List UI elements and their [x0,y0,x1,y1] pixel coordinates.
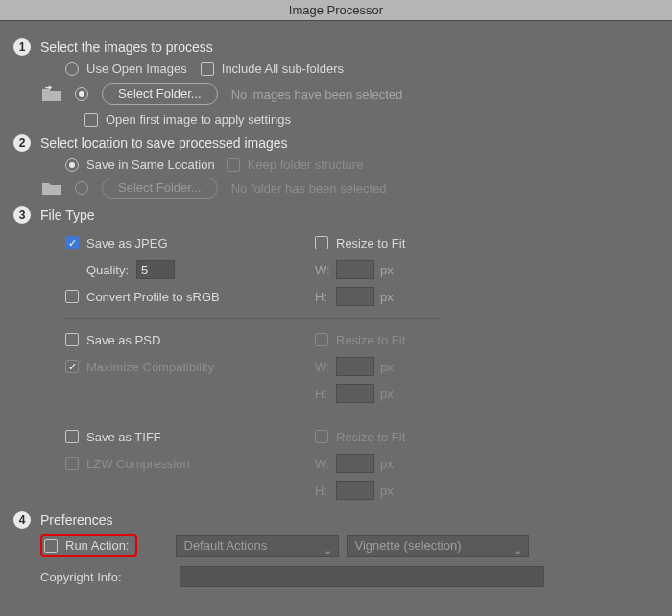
maxcompat-label: Maximize Compatibility [86,360,214,374]
run-action-label: Run Action: [65,538,130,553]
tiff-resize-label: Resize to Fit [336,430,405,444]
tiff-resize-check [315,430,328,443]
psd-h-label: H: [315,387,336,401]
srgb-label: Convert Profile to sRGB [86,290,220,304]
section-save-location: 2 Select location to save processed imag… [13,134,659,199]
keep-struct-check [227,158,240,172]
psd-h-px: px [380,387,394,401]
divider [65,415,440,415]
action-set-select[interactable]: Default Actions ⌄ [176,535,339,557]
jpeg-resize-label: Resize to Fit [336,236,405,250]
lzw-label: LZW Compression [86,457,190,471]
psd-w-label: W: [315,360,336,374]
step-badge-4: 4 [13,511,31,529]
srgb-check[interactable] [65,290,79,303]
tiff-h-input [336,481,374,500]
psd-resize-label: Resize to Fit [336,333,405,347]
chevron-down-icon: ⌄ [514,540,522,559]
action-set-value: Default Actions [184,538,268,553]
section-select-images: 1 Select the images to process Use Open … [13,38,659,127]
save-jpeg-check[interactable] [65,236,79,249]
save-same-radio[interactable] [65,158,79,172]
psd-w-px: px [380,360,394,374]
folder-import-icon [40,85,63,103]
run-action-check[interactable] [44,539,58,553]
window-title: Image Processor [0,0,672,21]
divider [65,318,440,319]
no-images-text: No images have been selected [231,87,403,102]
jpeg-h-px: px [380,290,394,304]
tiff-h-px: px [380,484,394,498]
save-same-label: Save in Same Location [86,157,215,172]
open-first-label: Open first image to apply settings [106,112,291,127]
jpeg-resize-check[interactable] [315,236,328,249]
open-first-check[interactable] [84,113,98,127]
section-file-type: 3 File Type Save as JPEG Quality: Conver… [13,206,659,504]
step-badge-1: 1 [13,38,31,56]
jpeg-w-input [336,260,374,279]
save-psd-check[interactable] [65,333,79,346]
save-tiff-label: Save as TIFF [86,430,161,444]
tiff-w-label: W: [315,457,336,471]
action-value: Vignette (selection) [355,538,462,553]
section2-title: Select location to save processed images [40,135,288,151]
include-subfolders-label: Include All sub-folders [222,61,344,76]
section1-title: Select the images to process [40,39,213,55]
section3-title: File Type [40,207,95,223]
section4-title: Preferences [40,512,112,528]
run-action-highlight: Run Action: [40,534,137,557]
maxcompat-check [65,360,79,373]
step-badge-3: 3 [13,206,31,224]
save-folder-radio[interactable] [75,181,88,195]
use-open-images-label: Use Open Images [86,61,187,76]
use-open-images-radio[interactable] [65,62,79,76]
keep-struct-label: Keep folder structure [248,157,364,172]
psd-h-input [336,384,374,403]
section-preferences: 4 Preferences Run Action: Default Action… [13,511,659,587]
select-folder-radio[interactable] [75,87,88,101]
psd-w-input [336,357,374,376]
copyright-input[interactable] [180,566,544,587]
jpeg-h-input [336,287,374,306]
psd-resize-check [315,333,328,346]
include-subfolders-check[interactable] [201,62,214,76]
quality-input[interactable] [136,260,175,279]
lzw-check [65,457,79,470]
jpeg-h-label: H: [315,290,336,304]
folder-export-icon [40,179,63,197]
tiff-w-input [336,454,374,473]
copyright-label: Copyright Info: [40,570,122,584]
chevron-down-icon: ⌄ [324,540,332,559]
save-psd-label: Save as PSD [86,333,160,347]
quality-label: Quality: [86,263,129,277]
jpeg-w-label: W: [315,263,336,277]
tiff-h-label: H: [315,484,336,498]
step-badge-2: 2 [13,134,31,152]
select-folder-button[interactable]: Select Folder... [102,83,218,105]
save-jpeg-label: Save as JPEG [86,236,168,250]
save-tiff-check[interactable] [65,430,79,443]
tiff-w-px: px [380,457,394,471]
action-select[interactable]: Vignette (selection) ⌄ [347,535,529,557]
no-folder-text: No folder has been selected [231,181,387,196]
save-folder-button: Select Folder... [102,178,218,199]
jpeg-w-px: px [380,263,394,277]
